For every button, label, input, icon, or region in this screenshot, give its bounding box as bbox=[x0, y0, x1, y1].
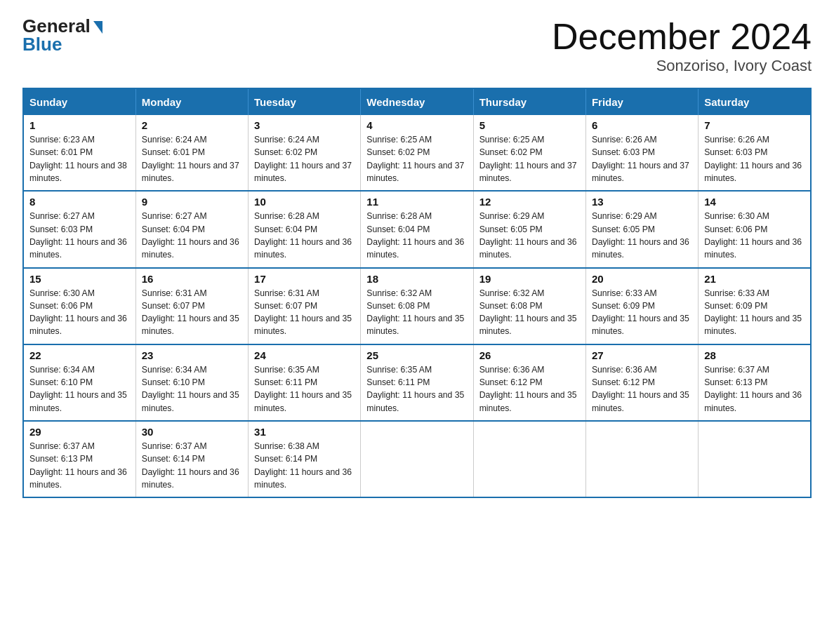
day-number: 2 bbox=[142, 119, 242, 131]
calendar-header: Sunday Monday Tuesday Wednesday Thursday… bbox=[23, 88, 811, 115]
calendar-cell: 26Sunrise: 6:36 AMSunset: 6:12 PMDayligh… bbox=[473, 344, 585, 421]
day-info: Sunrise: 6:25 AMSunset: 6:02 PMDaylight:… bbox=[366, 135, 464, 183]
day-number: 29 bbox=[29, 426, 130, 438]
logo-blue-text: Blue bbox=[22, 35, 62, 53]
day-number: 15 bbox=[29, 273, 130, 285]
day-number: 22 bbox=[29, 349, 130, 361]
day-info: Sunrise: 6:36 AMSunset: 6:12 PMDaylight:… bbox=[479, 365, 577, 413]
day-number: 1 bbox=[29, 119, 130, 131]
day-info: Sunrise: 6:32 AMSunset: 6:08 PMDaylight:… bbox=[366, 288, 464, 337]
page-header: General Blue December 2024 Sonzoriso, Iv… bbox=[22, 17, 812, 75]
day-number: 5 bbox=[479, 119, 580, 131]
day-info: Sunrise: 6:29 AMSunset: 6:05 PMDaylight:… bbox=[479, 211, 577, 260]
day-number: 14 bbox=[704, 196, 805, 208]
calendar-cell: 27Sunrise: 6:36 AMSunset: 6:12 PMDayligh… bbox=[585, 344, 698, 421]
calendar-cell: 8Sunrise: 6:27 AMSunset: 6:03 PMDaylight… bbox=[23, 191, 135, 267]
logo-arrow-icon bbox=[93, 21, 102, 34]
calendar-cell: 7Sunrise: 6:26 AMSunset: 6:03 PMDaylight… bbox=[699, 115, 811, 191]
day-info: Sunrise: 6:23 AMSunset: 6:01 PMDaylight:… bbox=[29, 135, 127, 183]
calendar-cell bbox=[699, 421, 811, 497]
calendar-week-5: 29Sunrise: 6:37 AMSunset: 6:13 PMDayligh… bbox=[23, 421, 811, 497]
calendar-cell: 4Sunrise: 6:25 AMSunset: 6:02 PMDaylight… bbox=[361, 115, 473, 191]
day-number: 6 bbox=[592, 119, 692, 131]
calendar-week-2: 8Sunrise: 6:27 AMSunset: 6:03 PMDaylight… bbox=[23, 191, 811, 267]
day-number: 13 bbox=[592, 196, 692, 208]
weekday-header-row: Sunday Monday Tuesday Wednesday Thursday… bbox=[23, 88, 811, 115]
calendar-cell: 25Sunrise: 6:35 AMSunset: 6:11 PMDayligh… bbox=[361, 344, 473, 421]
calendar-cell: 15Sunrise: 6:30 AMSunset: 6:06 PMDayligh… bbox=[23, 268, 135, 344]
calendar-cell: 11Sunrise: 6:28 AMSunset: 6:04 PMDayligh… bbox=[361, 191, 473, 267]
day-number: 17 bbox=[254, 273, 355, 285]
calendar-cell: 2Sunrise: 6:24 AMSunset: 6:01 PMDaylight… bbox=[135, 115, 248, 191]
day-number: 25 bbox=[366, 349, 467, 361]
header-saturday: Saturday bbox=[699, 88, 811, 115]
day-info: Sunrise: 6:30 AMSunset: 6:06 PMDaylight:… bbox=[704, 211, 802, 260]
day-info: Sunrise: 6:33 AMSunset: 6:09 PMDaylight:… bbox=[704, 288, 802, 337]
calendar-table: Sunday Monday Tuesday Wednesday Thursday… bbox=[22, 88, 812, 498]
calendar-cell: 22Sunrise: 6:34 AMSunset: 6:10 PMDayligh… bbox=[23, 344, 135, 421]
header-thursday: Thursday bbox=[473, 88, 585, 115]
day-info: Sunrise: 6:27 AMSunset: 6:03 PMDaylight:… bbox=[29, 211, 127, 260]
day-number: 8 bbox=[29, 196, 130, 208]
title-block: December 2024 Sonzoriso, Ivory Coast bbox=[552, 17, 812, 75]
calendar-cell: 31Sunrise: 6:38 AMSunset: 6:14 PMDayligh… bbox=[249, 421, 361, 497]
day-number: 21 bbox=[704, 273, 805, 285]
calendar-cell bbox=[473, 421, 585, 497]
day-info: Sunrise: 6:29 AMSunset: 6:05 PMDaylight:… bbox=[592, 211, 689, 260]
day-info: Sunrise: 6:30 AMSunset: 6:06 PMDaylight:… bbox=[29, 288, 127, 337]
day-number: 19 bbox=[479, 273, 580, 285]
calendar-cell: 14Sunrise: 6:30 AMSunset: 6:06 PMDayligh… bbox=[699, 191, 811, 267]
calendar-cell: 10Sunrise: 6:28 AMSunset: 6:04 PMDayligh… bbox=[249, 191, 361, 267]
day-info: Sunrise: 6:37 AMSunset: 6:14 PMDaylight:… bbox=[142, 441, 239, 490]
day-number: 3 bbox=[254, 119, 355, 131]
day-info: Sunrise: 6:32 AMSunset: 6:08 PMDaylight:… bbox=[479, 288, 577, 337]
calendar-cell: 5Sunrise: 6:25 AMSunset: 6:02 PMDaylight… bbox=[473, 115, 585, 191]
day-info: Sunrise: 6:38 AMSunset: 6:14 PMDaylight:… bbox=[254, 441, 352, 490]
calendar-cell bbox=[585, 421, 698, 497]
calendar-cell bbox=[361, 421, 473, 497]
day-number: 27 bbox=[592, 349, 692, 361]
day-info: Sunrise: 6:31 AMSunset: 6:07 PMDaylight:… bbox=[254, 288, 352, 337]
calendar-cell: 19Sunrise: 6:32 AMSunset: 6:08 PMDayligh… bbox=[473, 268, 585, 344]
calendar-cell: 20Sunrise: 6:33 AMSunset: 6:09 PMDayligh… bbox=[585, 268, 698, 344]
day-info: Sunrise: 6:26 AMSunset: 6:03 PMDaylight:… bbox=[704, 135, 802, 183]
day-info: Sunrise: 6:36 AMSunset: 6:12 PMDaylight:… bbox=[592, 365, 689, 413]
day-info: Sunrise: 6:34 AMSunset: 6:10 PMDaylight:… bbox=[29, 365, 127, 413]
location-subtitle: Sonzoriso, Ivory Coast bbox=[552, 57, 812, 75]
day-number: 23 bbox=[142, 349, 242, 361]
header-friday: Friday bbox=[585, 88, 698, 115]
calendar-cell: 3Sunrise: 6:24 AMSunset: 6:02 PMDaylight… bbox=[249, 115, 361, 191]
day-info: Sunrise: 6:34 AMSunset: 6:10 PMDaylight:… bbox=[142, 365, 239, 413]
day-number: 31 bbox=[254, 426, 355, 438]
day-number: 30 bbox=[142, 426, 242, 438]
day-info: Sunrise: 6:24 AMSunset: 6:01 PMDaylight:… bbox=[142, 135, 239, 183]
day-info: Sunrise: 6:28 AMSunset: 6:04 PMDaylight:… bbox=[254, 211, 352, 260]
day-info: Sunrise: 6:24 AMSunset: 6:02 PMDaylight:… bbox=[254, 135, 352, 183]
day-info: Sunrise: 6:28 AMSunset: 6:04 PMDaylight:… bbox=[366, 211, 464, 260]
day-number: 26 bbox=[479, 349, 580, 361]
calendar-cell: 30Sunrise: 6:37 AMSunset: 6:14 PMDayligh… bbox=[135, 421, 248, 497]
header-wednesday: Wednesday bbox=[361, 88, 473, 115]
day-number: 16 bbox=[142, 273, 242, 285]
logo-general-text: General bbox=[22, 17, 91, 35]
day-number: 7 bbox=[704, 119, 805, 131]
day-info: Sunrise: 6:35 AMSunset: 6:11 PMDaylight:… bbox=[366, 365, 464, 413]
calendar-cell: 16Sunrise: 6:31 AMSunset: 6:07 PMDayligh… bbox=[135, 268, 248, 344]
calendar-cell: 24Sunrise: 6:35 AMSunset: 6:11 PMDayligh… bbox=[249, 344, 361, 421]
day-info: Sunrise: 6:35 AMSunset: 6:11 PMDaylight:… bbox=[254, 365, 352, 413]
logo: General Blue bbox=[22, 17, 102, 53]
calendar-cell: 21Sunrise: 6:33 AMSunset: 6:09 PMDayligh… bbox=[699, 268, 811, 344]
day-info: Sunrise: 6:33 AMSunset: 6:09 PMDaylight:… bbox=[592, 288, 689, 337]
calendar-week-1: 1Sunrise: 6:23 AMSunset: 6:01 PMDaylight… bbox=[23, 115, 811, 191]
day-info: Sunrise: 6:37 AMSunset: 6:13 PMDaylight:… bbox=[29, 441, 127, 490]
header-sunday: Sunday bbox=[23, 88, 135, 115]
header-monday: Monday bbox=[135, 88, 248, 115]
calendar-cell: 13Sunrise: 6:29 AMSunset: 6:05 PMDayligh… bbox=[585, 191, 698, 267]
day-info: Sunrise: 6:25 AMSunset: 6:02 PMDaylight:… bbox=[479, 135, 577, 183]
calendar-cell: 17Sunrise: 6:31 AMSunset: 6:07 PMDayligh… bbox=[249, 268, 361, 344]
calendar-cell: 18Sunrise: 6:32 AMSunset: 6:08 PMDayligh… bbox=[361, 268, 473, 344]
day-number: 11 bbox=[366, 196, 467, 208]
calendar-cell: 23Sunrise: 6:34 AMSunset: 6:10 PMDayligh… bbox=[135, 344, 248, 421]
day-number: 20 bbox=[592, 273, 692, 285]
logo-general: General bbox=[22, 17, 102, 35]
